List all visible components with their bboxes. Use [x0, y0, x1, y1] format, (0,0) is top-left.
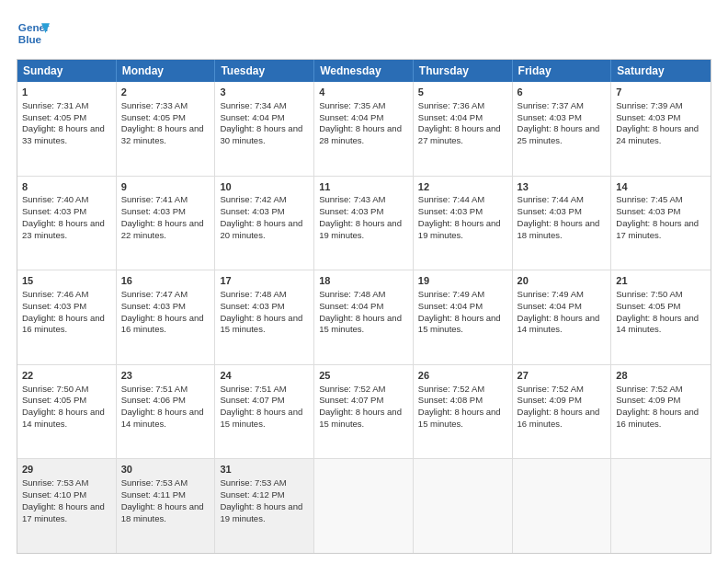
- cal-cell: [513, 459, 612, 553]
- daylight: Daylight: 8 hours and 18 minutes.: [518, 218, 600, 240]
- day-number: 9: [121, 180, 210, 194]
- sunset: Sunset: 4:03 PM: [220, 301, 284, 311]
- day-number: 22: [22, 369, 111, 383]
- page: General Blue Sunday Monday Tuesday Wedne…: [0, 0, 728, 563]
- cal-cell: 4Sunrise: 7:35 AMSunset: 4:04 PMDaylight…: [314, 82, 414, 176]
- cal-cell: 7Sunrise: 7:39 AMSunset: 4:03 PMDaylight…: [611, 82, 711, 176]
- cal-cell: 8Sunrise: 7:40 AMSunset: 4:03 PMDaylight…: [17, 177, 117, 270]
- cal-cell: 18Sunrise: 7:48 AMSunset: 4:04 PMDayligh…: [314, 270, 414, 364]
- sunrise: Sunrise: 7:52 AM: [319, 384, 385, 394]
- sunset: Sunset: 4:04 PM: [220, 112, 284, 122]
- sunrise: Sunrise: 7:50 AM: [22, 384, 88, 394]
- sunset: Sunset: 4:04 PM: [319, 112, 383, 122]
- daylight: Daylight: 8 hours and 19 minutes.: [418, 218, 501, 240]
- calendar-header: Sunday Monday Tuesday Wednesday Thursday…: [17, 60, 711, 82]
- sunrise: Sunrise: 7:35 AM: [319, 100, 385, 110]
- sunrise: Sunrise: 7:33 AM: [121, 100, 188, 110]
- day-number: 5: [418, 86, 507, 99]
- cal-cell: 14Sunrise: 7:45 AMSunset: 4:03 PMDayligh…: [611, 177, 711, 270]
- day-number: 17: [220, 274, 309, 288]
- day-number: 16: [121, 274, 210, 288]
- cal-cell: 9Sunrise: 7:41 AMSunset: 4:03 PMDaylight…: [117, 177, 216, 270]
- cal-cell: 21Sunrise: 7:50 AMSunset: 4:05 PMDayligh…: [611, 270, 711, 364]
- cal-cell: 11Sunrise: 7:43 AMSunset: 4:03 PMDayligh…: [314, 177, 414, 270]
- day-number: 30: [121, 463, 210, 477]
- cal-cell: 6Sunrise: 7:37 AMSunset: 4:03 PMDaylight…: [513, 82, 612, 176]
- sunset: Sunset: 4:05 PM: [121, 112, 186, 122]
- week-row-5: 29Sunrise: 7:53 AMSunset: 4:10 PMDayligh…: [17, 458, 711, 553]
- sunset: Sunset: 4:04 PM: [319, 301, 383, 311]
- day-number: 2: [121, 86, 210, 99]
- sunset: Sunset: 4:03 PM: [22, 301, 86, 311]
- cal-cell: 23Sunrise: 7:51 AMSunset: 4:06 PMDayligh…: [117, 365, 216, 459]
- day-number: 6: [518, 86, 607, 99]
- calendar: Sunday Monday Tuesday Wednesday Thursday…: [17, 59, 711, 554]
- dow-tuesday: Tuesday: [215, 60, 314, 82]
- daylight: Daylight: 8 hours and 14 minutes.: [22, 407, 105, 429]
- daylight: Daylight: 8 hours and 15 minutes.: [319, 313, 402, 335]
- dow-wednesday: Wednesday: [314, 60, 414, 82]
- week-row-4: 22Sunrise: 7:50 AMSunset: 4:05 PMDayligh…: [17, 364, 711, 459]
- cal-cell: 13Sunrise: 7:44 AMSunset: 4:03 PMDayligh…: [513, 177, 612, 270]
- cal-cell: 2Sunrise: 7:33 AMSunset: 4:05 PMDaylight…: [117, 82, 216, 176]
- day-number: 29: [22, 463, 111, 477]
- cal-cell: [314, 459, 414, 553]
- daylight: Daylight: 8 hours and 14 minutes.: [518, 313, 600, 335]
- sunrise: Sunrise: 7:52 AM: [418, 384, 484, 394]
- day-number: 1: [22, 86, 111, 99]
- day-number: 3: [220, 86, 309, 99]
- sunrise: Sunrise: 7:31 AM: [22, 100, 88, 110]
- dow-monday: Monday: [117, 60, 216, 82]
- sunset: Sunset: 4:04 PM: [418, 112, 483, 122]
- day-number: 18: [319, 274, 408, 288]
- sunset: Sunset: 4:10 PM: [22, 489, 86, 500]
- sunset: Sunset: 4:03 PM: [22, 206, 86, 216]
- daylight: Daylight: 8 hours and 15 minutes.: [319, 407, 402, 429]
- sunrise: Sunrise: 7:34 AM: [220, 100, 286, 110]
- daylight: Daylight: 8 hours and 16 minutes.: [22, 313, 105, 335]
- week-row-3: 15Sunrise: 7:46 AMSunset: 4:03 PMDayligh…: [17, 270, 711, 364]
- sunset: Sunset: 4:03 PM: [418, 206, 483, 216]
- sunrise: Sunrise: 7:46 AM: [22, 289, 88, 299]
- sunrise: Sunrise: 7:40 AM: [22, 194, 88, 204]
- sunrise: Sunrise: 7:51 AM: [121, 384, 188, 394]
- daylight: Daylight: 8 hours and 20 minutes.: [220, 218, 302, 240]
- sunrise: Sunrise: 7:48 AM: [220, 289, 286, 299]
- daylight: Daylight: 8 hours and 22 minutes.: [121, 218, 204, 240]
- cal-cell: 1Sunrise: 7:31 AMSunset: 4:05 PMDaylight…: [17, 82, 117, 176]
- sunset: Sunset: 4:09 PM: [518, 395, 582, 405]
- day-number: 4: [319, 86, 408, 99]
- daylight: Daylight: 8 hours and 30 minutes.: [220, 123, 302, 145]
- day-number: 24: [220, 369, 309, 383]
- sunset: Sunset: 4:03 PM: [319, 206, 383, 216]
- day-number: 31: [220, 463, 309, 477]
- daylight: Daylight: 8 hours and 15 minutes.: [418, 407, 501, 429]
- daylight: Daylight: 8 hours and 15 minutes.: [220, 407, 302, 429]
- sunrise: Sunrise: 7:43 AM: [319, 194, 385, 204]
- sunset: Sunset: 4:03 PM: [121, 301, 186, 311]
- dow-sunday: Sunday: [17, 60, 117, 82]
- sunset: Sunset: 4:08 PM: [418, 395, 483, 405]
- sunset: Sunset: 4:03 PM: [616, 206, 680, 216]
- cal-cell: 25Sunrise: 7:52 AMSunset: 4:07 PMDayligh…: [314, 365, 414, 459]
- daylight: Daylight: 8 hours and 14 minutes.: [616, 313, 699, 335]
- cal-cell: 17Sunrise: 7:48 AMSunset: 4:03 PMDayligh…: [215, 270, 314, 364]
- sunset: Sunset: 4:03 PM: [518, 112, 582, 122]
- cal-cell: 24Sunrise: 7:51 AMSunset: 4:07 PMDayligh…: [215, 365, 314, 459]
- sunrise: Sunrise: 7:45 AM: [616, 194, 682, 204]
- sunrise: Sunrise: 7:48 AM: [319, 289, 385, 299]
- daylight: Daylight: 8 hours and 18 minutes.: [121, 501, 204, 523]
- sunrise: Sunrise: 7:50 AM: [616, 289, 682, 299]
- calendar-body: 1Sunrise: 7:31 AMSunset: 4:05 PMDaylight…: [17, 82, 711, 553]
- sunrise: Sunrise: 7:44 AM: [418, 194, 484, 204]
- daylight: Daylight: 8 hours and 33 minutes.: [22, 123, 105, 145]
- daylight: Daylight: 8 hours and 19 minutes.: [220, 501, 302, 523]
- cal-cell: 19Sunrise: 7:49 AMSunset: 4:04 PMDayligh…: [414, 270, 513, 364]
- cal-cell: 3Sunrise: 7:34 AMSunset: 4:04 PMDaylight…: [215, 82, 314, 176]
- daylight: Daylight: 8 hours and 25 minutes.: [518, 123, 600, 145]
- sunrise: Sunrise: 7:49 AM: [418, 289, 484, 299]
- cal-cell: 12Sunrise: 7:44 AMSunset: 4:03 PMDayligh…: [414, 177, 513, 270]
- header: General Blue: [17, 17, 711, 50]
- day-number: 15: [22, 274, 111, 288]
- week-row-1: 1Sunrise: 7:31 AMSunset: 4:05 PMDaylight…: [17, 82, 711, 176]
